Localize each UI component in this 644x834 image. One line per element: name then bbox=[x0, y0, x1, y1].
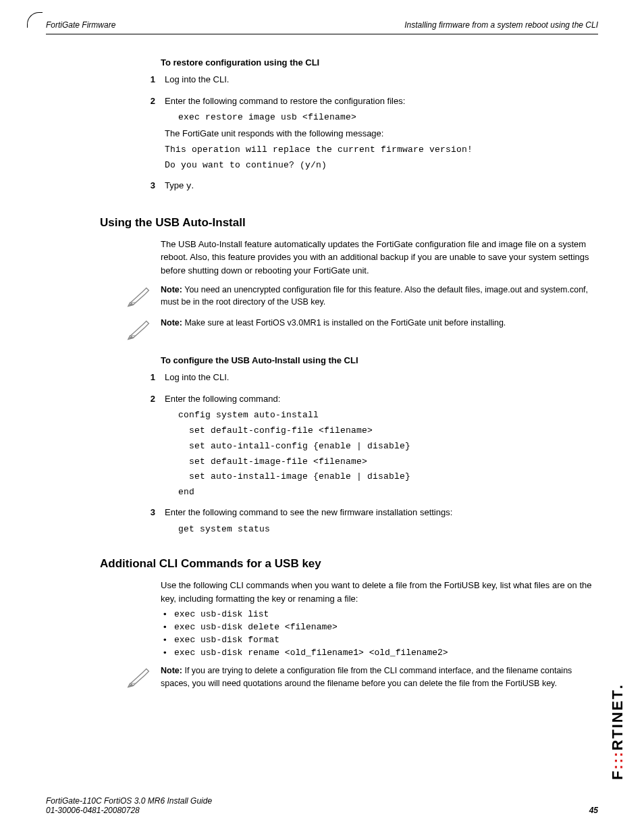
text: Make sure at least FortiOS v3.0MR1 is in… bbox=[182, 318, 506, 328]
header-right: Installing firmware from a system reboot… bbox=[404, 20, 598, 30]
step: 2 Enter the following command: config sy… bbox=[161, 392, 598, 502]
list-item: •exec usb-disk rename <old_filename1> <o… bbox=[163, 648, 598, 658]
step-number: 1 bbox=[135, 73, 165, 90]
step: 1 Log into the CLI. bbox=[161, 371, 598, 388]
cli-command: config system auto-install bbox=[178, 409, 598, 422]
step-text: Enter the following command to see the n… bbox=[165, 506, 598, 519]
bullet: • bbox=[163, 635, 174, 645]
step-text: Type y. bbox=[165, 179, 194, 193]
text: F bbox=[609, 770, 626, 780]
main-content: To restore configuration using the CLI 1… bbox=[161, 57, 598, 691]
running-header: FortiGate Firmware Installing firmware f… bbox=[46, 20, 598, 34]
cli-command: set auto-intall-config {enable | disable… bbox=[178, 440, 598, 453]
bullet: • bbox=[163, 622, 174, 632]
note-label: Note: bbox=[161, 666, 182, 675]
procedure-heading: To restore configuration using the CLI bbox=[161, 57, 598, 68]
note-icon bbox=[127, 285, 154, 310]
note: Note: If you are trying to delete a conf… bbox=[127, 664, 598, 691]
text: Type bbox=[165, 180, 186, 190]
step-number: 2 bbox=[135, 392, 165, 502]
step: 2 Enter the following command to restore… bbox=[161, 95, 598, 176]
note-label: Note: bbox=[161, 318, 182, 328]
step-text: Log into the CLI. bbox=[165, 371, 229, 384]
step-number: 2 bbox=[135, 95, 165, 176]
cli-command: set default-image-file <filename> bbox=[178, 456, 598, 469]
step-number: 1 bbox=[135, 371, 165, 388]
cli-command: set auto-install-image {enable | disable… bbox=[178, 471, 598, 484]
note-icon bbox=[127, 666, 154, 691]
step-number: 3 bbox=[135, 179, 165, 197]
step: 3 Enter the following command to see the… bbox=[161, 506, 598, 538]
text: You need an unencrypted configuration fi… bbox=[161, 285, 588, 307]
cli-output: This operation will replace the current … bbox=[165, 144, 598, 157]
page: FortiGate Firmware Installing firmware f… bbox=[0, 0, 644, 834]
fortinet-logo: F:::RTINET. bbox=[609, 683, 626, 780]
note: Note: You need an unencrypted configurat… bbox=[127, 284, 598, 310]
note-text: Note: If you are trying to delete a conf… bbox=[161, 664, 598, 689]
cli-command: exec usb-disk format bbox=[174, 635, 279, 645]
step-text: Enter the following command: bbox=[165, 392, 598, 406]
step: 1 Log into the CLI. bbox=[161, 73, 598, 90]
list-item: •exec usb-disk format bbox=[163, 635, 598, 645]
page-number: 45 bbox=[589, 806, 598, 815]
step: 3 Type y. bbox=[161, 179, 598, 197]
cli-command: exec usb-disk list bbox=[174, 609, 269, 619]
step-number: 3 bbox=[135, 506, 165, 538]
note-text: Note: Make sure at least FortiOS v3.0MR1… bbox=[161, 317, 506, 329]
step-text: Log into the CLI. bbox=[165, 73, 229, 86]
cli-command: set default-config-file <filename> bbox=[178, 425, 598, 438]
cli-inline: y bbox=[186, 181, 192, 191]
text: . bbox=[192, 180, 194, 190]
paragraph: The USB Auto-Install feature automatical… bbox=[161, 238, 598, 278]
text: RTINET bbox=[609, 689, 626, 750]
running-footer: FortiGate-110C FortiOS 3.0 MR6 Install G… bbox=[46, 796, 598, 815]
step-text: The FortiGate unit responds with the fol… bbox=[165, 127, 598, 140]
list-item: •exec usb-disk list bbox=[163, 609, 598, 619]
note-label: Note: bbox=[161, 285, 182, 294]
bullet: • bbox=[163, 609, 174, 619]
cli-output: Do you want to continue? (y/n) bbox=[165, 159, 598, 172]
doc-code: 01-30006-0481-20080728 bbox=[46, 806, 212, 815]
cli-command: exec usb-disk rename <old_filename1> <ol… bbox=[174, 648, 448, 658]
header-left: FortiGate Firmware bbox=[46, 20, 115, 30]
bullet: • bbox=[163, 648, 174, 658]
logo-accent-icon: ::: bbox=[609, 751, 626, 770]
paragraph: Use the following CLI commands when you … bbox=[161, 579, 598, 605]
cli-command: get system status bbox=[178, 523, 598, 536]
cli-command: end bbox=[178, 486, 598, 499]
footer-left: FortiGate-110C FortiOS 3.0 MR6 Install G… bbox=[46, 796, 212, 815]
note-icon bbox=[127, 318, 154, 343]
cli-command: exec usb-disk delete <filename> bbox=[174, 622, 338, 632]
note: Note: Make sure at least FortiOS v3.0MR1… bbox=[127, 317, 598, 343]
section-heading: Using the USB Auto-Install bbox=[100, 216, 598, 230]
step-text: Enter the following command to restore t… bbox=[165, 95, 598, 108]
text: If you are trying to delete a configurat… bbox=[161, 666, 572, 687]
note-text: Note: You need an unencrypted configurat… bbox=[161, 284, 598, 308]
section-heading: Additional CLI Commands for a USB key bbox=[100, 557, 598, 571]
doc-title: FortiGate-110C FortiOS 3.0 MR6 Install G… bbox=[46, 796, 212, 806]
list-item: •exec usb-disk delete <filename> bbox=[163, 622, 598, 632]
procedure-heading: To configure the USB Auto-Install using … bbox=[161, 355, 598, 365]
cli-command: exec restore image usb <filename> bbox=[178, 111, 598, 124]
